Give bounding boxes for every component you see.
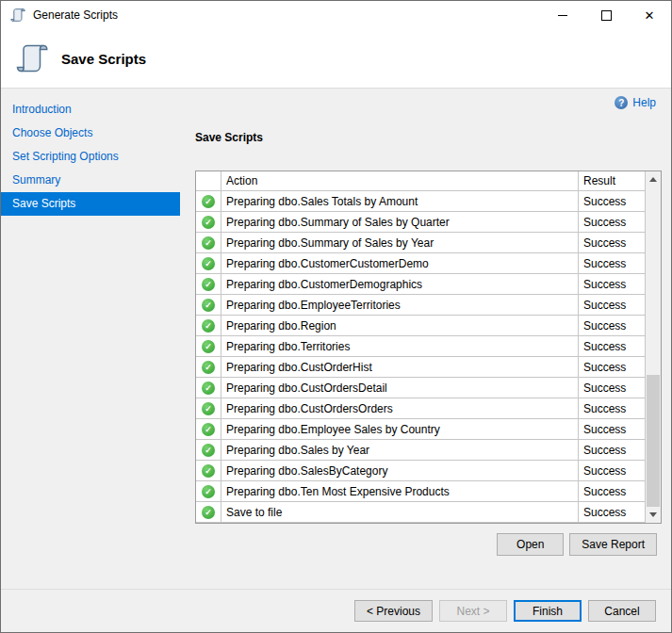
table-row[interactable]: Preparing dbo.Sales Totals by Amount Suc… <box>196 191 645 212</box>
row-result: Success <box>579 419 645 439</box>
table-scrollbar[interactable] <box>645 171 661 523</box>
row-result: Success <box>579 191 645 211</box>
column-header-result: Result <box>579 171 645 190</box>
check-circle-icon <box>202 485 215 498</box>
check-circle-icon <box>202 361 215 374</box>
table-row[interactable]: Preparing dbo.CustOrdersOrders Success <box>196 398 645 419</box>
row-status-cell <box>196 233 221 252</box>
row-status-cell <box>196 481 221 501</box>
scrollbar-thumb[interactable] <box>647 375 660 507</box>
table-row[interactable]: Preparing dbo.SalesByCategory Success <box>196 461 645 481</box>
sidebar-item-label: Choose Objects <box>12 126 92 139</box>
cancel-button[interactable]: Cancel <box>588 600 656 622</box>
save-report-button[interactable]: Save Report <box>569 533 657 556</box>
row-result: Success <box>579 461 645 480</box>
sidebar-item-save-scripts[interactable]: Save Scripts <box>1 192 180 216</box>
next-button[interactable]: Next > <box>439 600 507 622</box>
table-row[interactable]: Preparing dbo.CustOrdersDetail Success <box>196 378 645 398</box>
sidebar-item-label: Set Scripting Options <box>12 150 119 163</box>
wizard-steps-nav: Introduction Choose Objects Set Scriptin… <box>1 89 180 589</box>
row-status-cell <box>196 502 221 522</box>
table-row[interactable]: Preparing dbo.Ten Most Expensive Product… <box>196 481 645 502</box>
maximize-icon <box>601 10 612 21</box>
row-action: Preparing dbo.Summary of Sales by Year <box>221 233 579 252</box>
previous-button[interactable]: < Previous <box>354 600 433 622</box>
table-row[interactable]: Preparing dbo.Summary of Sales by Quarte… <box>196 212 645 233</box>
row-result: Success <box>579 274 645 294</box>
row-action: Preparing dbo.Employee Sales by Country <box>221 419 579 439</box>
row-result: Success <box>579 295 645 315</box>
table-row[interactable]: Preparing dbo.Employee Sales by Country … <box>196 419 645 440</box>
row-status-cell <box>196 212 221 232</box>
window-title: Generate Scripts <box>33 8 541 22</box>
table-row[interactable]: Preparing dbo.Region Success <box>196 316 645 336</box>
check-circle-icon <box>202 464 215 478</box>
row-action: Preparing dbo.CustOrdersDetail <box>221 378 579 398</box>
row-status-cell <box>196 419 221 439</box>
row-status-cell <box>196 253 221 273</box>
sidebar-item-label: Summary <box>12 173 60 187</box>
finish-button[interactable]: Finish <box>514 600 582 622</box>
sidebar-item-label: Introduction <box>12 103 72 116</box>
sidebar-item-summary[interactable]: Summary <box>1 169 180 192</box>
minimize-icon <box>558 15 567 16</box>
row-action: Preparing dbo.CustomerCustomerDemo <box>221 253 579 273</box>
check-circle-icon <box>202 299 215 312</box>
row-result: Success <box>579 440 645 460</box>
help-icon: ? <box>615 96 628 109</box>
row-action: Preparing dbo.CustomerDemographics <box>221 274 579 294</box>
close-button[interactable]: ✕ <box>628 1 671 29</box>
row-result: Success <box>579 398 645 418</box>
row-status-cell <box>196 378 221 398</box>
open-button[interactable]: Open <box>497 533 564 556</box>
table-row[interactable]: Preparing dbo.EmployeeTerritories Succes… <box>196 295 645 316</box>
row-result: Success <box>579 378 645 398</box>
row-action: Preparing dbo.CustOrderHist <box>221 357 579 377</box>
column-header-action: Action <box>221 171 579 190</box>
table-row[interactable]: Preparing dbo.Territories Success <box>196 336 645 357</box>
check-circle-icon <box>202 444 215 457</box>
table-row[interactable]: Preparing dbo.CustomerCustomerDemo Succe… <box>196 253 645 274</box>
table-header-row: Action Result <box>196 171 645 191</box>
title-bar: Generate Scripts ✕ <box>1 1 671 29</box>
table-row[interactable]: Preparing dbo.Sales by Year Success <box>196 440 645 461</box>
check-circle-icon <box>202 278 215 291</box>
table-row[interactable]: Preparing dbo.CustOrderHist Success <box>196 357 645 378</box>
wizard-header: Save Scripts <box>1 29 671 89</box>
row-action: Preparing dbo.Sales Totals by Amount <box>221 191 579 211</box>
script-scroll-icon <box>16 44 48 73</box>
row-status-cell <box>196 295 221 315</box>
row-result: Success <box>579 316 645 335</box>
row-action: Preparing dbo.Ten Most Expensive Product… <box>221 481 579 501</box>
table-row[interactable]: Preparing dbo.Summary of Sales by Year S… <box>196 233 645 253</box>
help-link[interactable]: ? Help <box>615 96 656 109</box>
sidebar-item-set-scripting-options[interactable]: Set Scripting Options <box>1 145 180 169</box>
minimize-button[interactable] <box>541 1 584 29</box>
row-status-cell <box>196 461 221 480</box>
row-result: Success <box>579 502 645 522</box>
scroll-down-button[interactable] <box>646 507 661 523</box>
check-circle-icon <box>202 195 215 208</box>
check-circle-icon <box>202 381 215 395</box>
check-circle-icon <box>202 340 215 353</box>
footer-buttons: < Previous Next > Finish Cancel <box>354 600 656 622</box>
maximize-button[interactable] <box>584 1 628 29</box>
sidebar-item-introduction[interactable]: Introduction <box>1 98 180 122</box>
row-status-cell <box>196 336 221 356</box>
row-status-cell <box>196 398 221 418</box>
report-actions: Open Save Report <box>497 533 657 556</box>
progress-grid: Action Result Preparing dbo.Sales Totals… <box>196 171 645 523</box>
sidebar-item-choose-objects[interactable]: Choose Objects <box>1 122 180 145</box>
table-row[interactable]: Preparing dbo.CustomerDemographics Succe… <box>196 274 645 295</box>
main-content: ? Help Save Scripts Action Result Prepar… <box>180 89 671 589</box>
help-label: Help <box>632 96 656 109</box>
arrow-up-icon <box>649 177 657 182</box>
row-result: Success <box>579 212 645 232</box>
scroll-up-button[interactable] <box>646 171 661 187</box>
row-status-cell <box>196 440 221 460</box>
row-result: Success <box>579 336 645 356</box>
table-row[interactable]: Save to file Success <box>196 502 645 523</box>
table-body: Preparing dbo.Sales Totals by Amount Suc… <box>196 191 645 523</box>
check-circle-icon <box>202 423 215 436</box>
sidebar-item-label: Save Scripts <box>12 197 75 210</box>
